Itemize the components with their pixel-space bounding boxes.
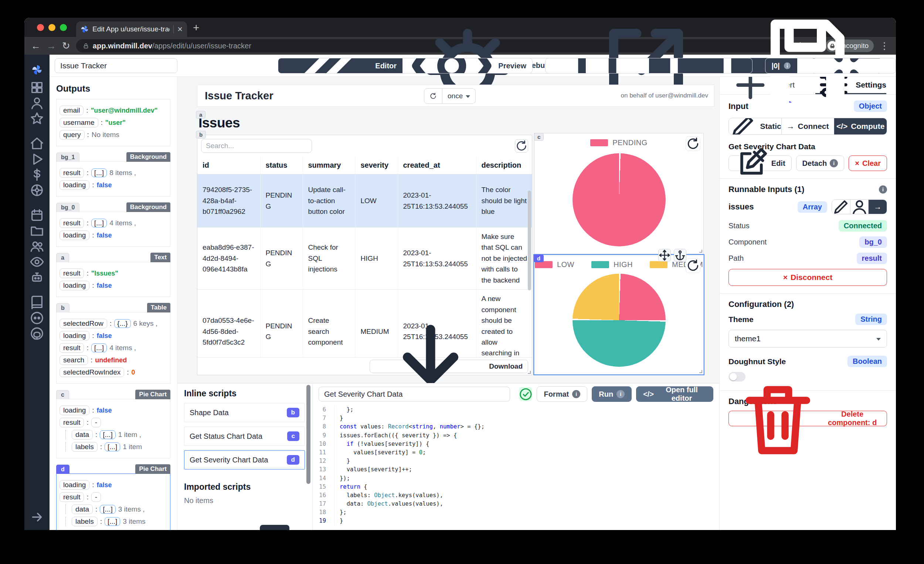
discord-icon[interactable] — [30, 310, 44, 326]
star-icon[interactable] — [30, 111, 44, 126]
doughnut-toggle[interactable] — [729, 372, 746, 381]
theme-select[interactable]: theme1 — [729, 330, 887, 347]
bot-icon[interactable] — [30, 269, 44, 285]
output-key-pill[interactable]: labels — [72, 517, 98, 526]
table-column-header[interactable]: severity — [355, 157, 398, 174]
back-icon[interactable]: ← — [31, 41, 40, 51]
inline-script-item[interactable]: Shape Datab — [184, 403, 305, 422]
table-scrollbar[interactable] — [528, 191, 531, 290]
output-key-pill[interactable]: data — [72, 430, 93, 440]
move-component-button[interactable] — [658, 249, 671, 262]
output-value[interactable]: [...] — [91, 218, 107, 227]
editor-mode-button[interactable]: Editor — [278, 58, 402, 73]
dollar-icon[interactable] — [30, 167, 44, 183]
mobile-view-button[interactable] — [546, 58, 649, 73]
table-column-header[interactable]: status — [260, 157, 303, 174]
path-value-badge[interactable]: result — [857, 253, 887, 264]
output-key-pill[interactable]: result — [60, 343, 84, 353]
clear-script-button[interactable]: ×Clear — [849, 156, 887, 171]
github-icon[interactable] — [30, 326, 44, 341]
output-key-pill[interactable]: email — [60, 106, 84, 115]
resize-handle[interactable] — [699, 370, 702, 373]
output-key-pill[interactable]: loading — [60, 331, 90, 341]
output-key-pill[interactable]: data — [72, 504, 93, 514]
format-button[interactable]: Formati — [537, 386, 587, 402]
output-key-pill[interactable]: username — [60, 118, 98, 127]
component-badge-c[interactable]: c — [534, 133, 544, 141]
legend-item[interactable]: PENDING — [590, 139, 648, 147]
pie-d-refresh-button[interactable] — [686, 258, 700, 273]
output-key-pill[interactable]: labels — [72, 442, 98, 452]
component-badge-a[interactable]: a — [196, 111, 206, 118]
output-value[interactable]: [...] — [91, 168, 107, 177]
close-window-button[interactable] — [37, 24, 44, 31]
output-key-pill[interactable]: loading — [60, 480, 90, 490]
output-value[interactable]: [...] — [91, 344, 107, 352]
output-value[interactable]: [...] — [100, 430, 116, 439]
component-badge-b[interactable]: b — [196, 131, 206, 139]
play-icon[interactable] — [30, 151, 44, 167]
run-button[interactable]: Runi — [592, 386, 632, 402]
output-key-pill[interactable]: result — [60, 492, 84, 502]
output-component-tab[interactable]: a — [56, 253, 69, 262]
table-row[interactable]: eaba8d96-e387-4d2d-8494-096e4143b8faPEND… — [197, 227, 532, 290]
browser-menu-icon[interactable]: ⋮ — [880, 41, 889, 51]
output-key-pill[interactable]: loading — [60, 405, 90, 415]
user-input-button[interactable] — [850, 200, 869, 214]
maximize-window-button[interactable] — [60, 24, 67, 31]
download-button[interactable]: Download — [370, 360, 528, 373]
users-icon[interactable] — [30, 239, 44, 254]
output-value[interactable]: - — [91, 492, 101, 502]
wheel-icon[interactable] — [30, 183, 44, 198]
output-component-tab[interactable]: c — [56, 390, 69, 399]
output-component-tab[interactable]: d — [56, 465, 69, 474]
folder-icon[interactable] — [30, 223, 44, 239]
output-key-pill[interactable]: query — [60, 130, 85, 140]
app-refresh-button[interactable] — [424, 89, 442, 103]
app-title-input[interactable] — [55, 58, 177, 73]
output-key-pill[interactable]: result — [60, 269, 84, 278]
apps-grid-icon[interactable] — [30, 80, 44, 95]
output-key-pill[interactable]: loading — [60, 180, 90, 190]
forward-icon[interactable]: → — [46, 41, 56, 51]
anchor-component-button[interactable] — [674, 249, 686, 262]
static-input-button[interactable] — [832, 200, 850, 214]
close-tab-icon[interactable]: × — [177, 25, 183, 34]
table-refresh-button[interactable] — [515, 139, 528, 153]
fullscreen-button[interactable] — [797, 58, 896, 73]
legend-item[interactable]: HIGH — [591, 260, 633, 269]
output-key-pill[interactable]: loading — [60, 281, 90, 290]
output-key-pill[interactable]: result — [60, 168, 84, 178]
pie-chart-c[interactable]: c PENDING — [534, 133, 704, 254]
table-column-header[interactable]: id — [197, 157, 260, 174]
edit-script-button[interactable]: Edit — [729, 156, 792, 171]
browser-tab[interactable]: Edit App u/user/issue-tracker × — [76, 21, 187, 37]
output-value[interactable]: {...} — [114, 319, 131, 328]
inline-script-item[interactable]: Get Status Chart Datac — [184, 426, 305, 446]
output-key-pill[interactable]: result — [60, 218, 84, 228]
info-icon[interactable]: i — [879, 186, 887, 193]
preview-mode-button[interactable]: Preview — [402, 58, 532, 73]
output-component-tab[interactable]: bg_0 — [56, 203, 80, 212]
scripts-scrollbar[interactable] — [306, 385, 310, 484]
component-value-badge[interactable]: bg_0 — [860, 236, 887, 248]
output-component-tab[interactable]: bg_1 — [56, 153, 80, 162]
minimize-window-button[interactable] — [48, 24, 56, 31]
table-row[interactable]: 794208f5-2735-428a-b4af-b071ff0a2962PEND… — [197, 174, 532, 227]
connect-input-button[interactable]: → — [868, 200, 886, 214]
detach-script-button[interactable]: Detachi — [796, 156, 844, 171]
output-value[interactable]: [...] — [105, 517, 120, 526]
user-icon[interactable] — [30, 95, 44, 111]
output-key-pill[interactable]: result — [60, 418, 84, 427]
delete-component-button[interactable]: Delete component: d — [729, 411, 887, 426]
code-editor-area[interactable]: 6 };7}8const values: Record<string, numb… — [313, 405, 719, 530]
output-key-pill[interactable]: selectedRowIndex — [60, 368, 124, 377]
new-tab-button[interactable]: + — [193, 21, 200, 37]
eye-icon[interactable] — [30, 254, 44, 269]
table-search-input[interactable] — [201, 139, 312, 153]
output-value[interactable]: [...] — [105, 443, 120, 451]
table-column-header[interactable]: created_at — [398, 157, 476, 174]
schema-toggle-button[interactable]: |0| — [765, 58, 797, 73]
output-value[interactable]: [...] — [100, 505, 116, 514]
output-key-pill[interactable]: selectedRow — [60, 319, 107, 328]
